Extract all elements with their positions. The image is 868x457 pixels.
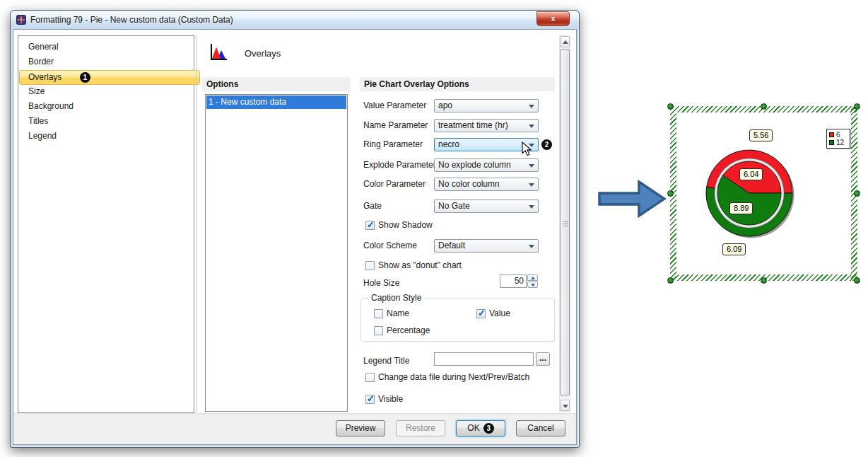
panel-divider: [197, 35, 197, 412]
step-badge-1: 1: [80, 72, 90, 83]
chevron-down-icon: [529, 245, 534, 248]
caption-name-checkbox[interactable]: Name: [374, 308, 409, 318]
legend-title-label: Legend Title: [363, 354, 409, 368]
value-parameter-label: Value Parameter: [363, 99, 426, 112]
resize-handle-e[interactable]: [854, 190, 860, 197]
formatting-dialog: 5 Formatting 79 - Pie - New custom data …: [10, 10, 580, 448]
caption-percentage-checkbox[interactable]: Percentage: [374, 325, 430, 335]
sidebar-item-overlays[interactable]: Overlays 1: [19, 70, 200, 85]
caption-style-group: Caption Style Name Value Percentage: [360, 298, 555, 342]
dialog-client-area: General Border Overlays 1 Size Backgroun…: [13, 29, 577, 445]
window-title: Formatting 79 - Pie - New custom data (C…: [30, 15, 233, 25]
donut-checkbox[interactable]: Show as "donut" chart: [365, 260, 462, 270]
show-shadow-checkbox[interactable]: Show Shadow: [365, 220, 433, 230]
color-parameter-label: Color Parameter: [363, 178, 426, 191]
resize-handle-sw[interactable]: [667, 277, 674, 284]
options-panel-header: Options: [202, 77, 351, 91]
color-parameter-dropdown[interactable]: No color column: [434, 178, 539, 191]
legend-title-browse-button[interactable]: ...: [536, 352, 550, 366]
sidebar-item-titles[interactable]: Titles: [20, 114, 199, 129]
legend-swatch-red: [829, 132, 834, 137]
hole-size-value[interactable]: 50: [500, 274, 527, 288]
hole-size-stepper: 50: [500, 274, 539, 288]
hole-size-label: Hole Size: [363, 277, 399, 290]
value-label-inner-green: 8.89: [729, 202, 753, 214]
checkbox-icon: [365, 395, 375, 404]
chart-preview-frame: 5.56 6.04 8.89 6.09 6 12: [670, 106, 857, 281]
result-arrow-icon: [597, 178, 667, 219]
value-label-inner-red: 6.04: [739, 168, 763, 180]
pie-chart[interactable]: [700, 144, 799, 243]
sidebar-item-border[interactable]: Border: [20, 54, 199, 69]
close-icon: x: [551, 14, 555, 23]
title-bar[interactable]: 5 Formatting 79 - Pie - New custom data …: [11, 11, 579, 29]
chevron-down-icon: [529, 183, 534, 187]
resize-handle-n[interactable]: [761, 103, 767, 110]
step-badge-2: 2: [541, 139, 552, 150]
color-scheme-dropdown[interactable]: Default: [434, 239, 539, 253]
value-label-outer-red: 5.56: [749, 129, 773, 141]
caption-style-title: Caption Style: [368, 293, 424, 303]
legend-entry: 12: [829, 139, 848, 146]
explode-parameter-label: Explode Parameter: [363, 158, 436, 172]
ok-button[interactable]: OK3: [456, 420, 505, 436]
scroll-down-button[interactable]: [560, 400, 570, 411]
resize-handle-s[interactable]: [761, 277, 767, 284]
chevron-down-icon: [529, 125, 534, 128]
sidebar-item-size[interactable]: Size: [20, 84, 199, 99]
spin-down-button[interactable]: [527, 282, 538, 288]
name-parameter-dropdown[interactable]: treatment time (hr): [434, 119, 539, 132]
legend-entry: 6: [829, 131, 848, 139]
mouse-cursor-icon: [522, 141, 532, 156]
cancel-button[interactable]: Cancel: [516, 420, 565, 436]
color-scheme-label: Color Scheme: [363, 239, 417, 253]
name-parameter-label: Name Parameter: [363, 119, 428, 132]
overlay-list[interactable]: 1 - New custom data: [205, 94, 348, 412]
dialog-footer: Preview Restore OK3 Cancel: [13, 413, 576, 444]
legend-title-input[interactable]: [434, 352, 534, 366]
close-button[interactable]: x: [536, 11, 570, 26]
scroll-up-button[interactable]: [560, 36, 570, 47]
change-data-file-checkbox[interactable]: Change data file during Next/Prev/Batch: [365, 372, 529, 382]
sidebar-item-general[interactable]: General: [20, 40, 199, 54]
checkbox-icon: [476, 309, 486, 318]
section-title: Overlays: [245, 48, 281, 59]
overlays-area-chart-icon: [209, 42, 228, 61]
checkbox-icon: [365, 373, 375, 382]
chart-legend: 6 12: [826, 129, 850, 149]
screen: 5 Formatting 79 - Pie - New custom data …: [0, 0, 868, 457]
checkbox-icon: [365, 261, 375, 270]
explode-parameter-dropdown[interactable]: No explode column: [434, 158, 539, 172]
visible-checkbox[interactable]: Visible: [365, 394, 403, 404]
legend-swatch-green: [829, 140, 834, 145]
app-icon: 5: [16, 15, 26, 25]
restore-button[interactable]: Restore: [396, 420, 445, 436]
vertical-scrollbar[interactable]: [559, 35, 570, 412]
list-item-new-custom-data[interactable]: 1 - New custom data: [206, 96, 346, 109]
checkbox-icon: [374, 309, 383, 318]
resize-handle-se[interactable]: [854, 277, 860, 284]
step-badge-3: 3: [483, 423, 494, 434]
chevron-down-icon: [529, 164, 534, 168]
gate-dropdown[interactable]: No Gate: [434, 199, 539, 213]
category-list: General Border Overlays 1 Size Backgroun…: [18, 35, 194, 413]
checkbox-icon: [374, 326, 383, 335]
spin-up-button[interactable]: [527, 274, 538, 281]
caption-value-checkbox[interactable]: Value: [476, 308, 510, 318]
resize-handle-nw[interactable]: [667, 103, 674, 110]
sidebar-item-legend[interactable]: Legend: [20, 129, 199, 144]
resize-handle-w[interactable]: [667, 190, 674, 197]
checkbox-icon: [365, 221, 375, 230]
chevron-down-icon: [529, 205, 534, 209]
ring-parameter-label: Ring Parameter: [363, 138, 423, 151]
gate-label: Gate: [363, 199, 382, 213]
chevron-down-icon: [529, 105, 534, 108]
value-parameter-dropdown[interactable]: apo: [434, 99, 539, 112]
preview-button[interactable]: Preview: [336, 420, 385, 436]
sidebar-item-background[interactable]: Background: [20, 99, 199, 114]
value-label-outer-green: 6.09: [722, 243, 746, 255]
scrollbar-thumb[interactable]: [560, 49, 570, 395]
pie-options-panel-header: Pie Chart Overlay Options: [360, 77, 555, 91]
resize-handle-ne[interactable]: [854, 103, 860, 110]
